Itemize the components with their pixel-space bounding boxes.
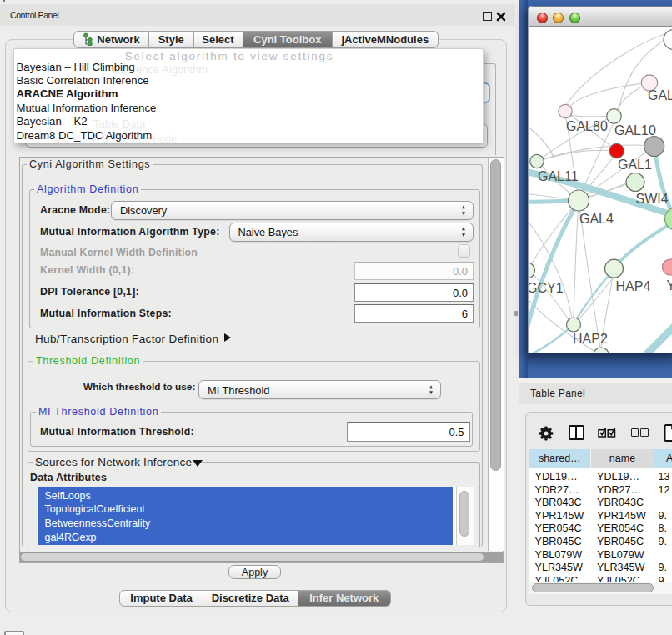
svg-text:HAP2: HAP2 [573, 332, 608, 346]
svg-text:GAL1: GAL1 [618, 158, 652, 172]
svg-text:GAL80: GAL80 [566, 119, 608, 133]
svg-text:HAP4: HAP4 [616, 278, 651, 292]
svg-text:GAL4: GAL4 [579, 212, 614, 226]
svg-text:SWI4: SWI4 [636, 192, 669, 206]
svg-text:GAL10: GAL10 [614, 123, 656, 138]
svg-text:GCY1: GCY1 [529, 281, 564, 295]
svg-text:GAL11: GAL11 [538, 168, 579, 182]
svg-text:YE: YE [667, 278, 672, 292]
svg-text:GAL2: GAL2 [648, 88, 672, 102]
